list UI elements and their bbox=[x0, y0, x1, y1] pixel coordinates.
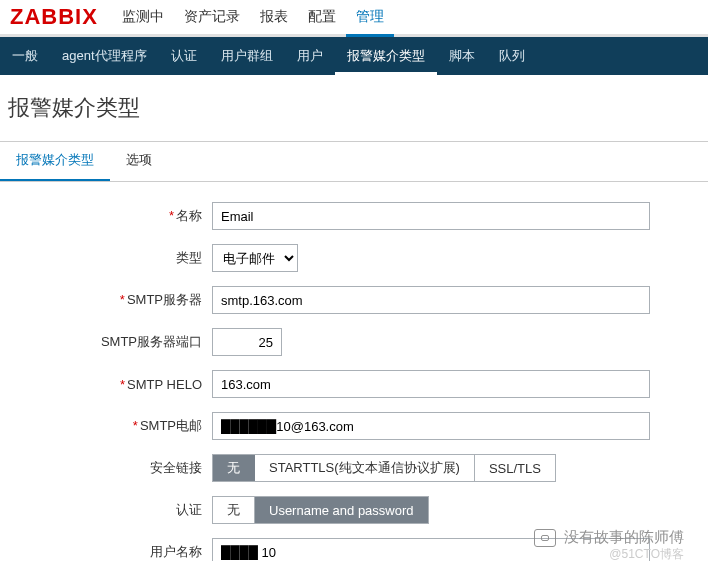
subnav-mediatypes[interactable]: 报警媒介类型 bbox=[335, 37, 437, 75]
smtp-helo-input[interactable] bbox=[212, 370, 650, 398]
topnav-admin[interactable]: 管理 bbox=[346, 0, 394, 37]
label-smtp-helo: *SMTP HELO bbox=[10, 377, 212, 392]
conn-sec-none[interactable]: 无 bbox=[213, 455, 255, 481]
tab-options[interactable]: 选项 bbox=[110, 141, 168, 181]
conn-sec-segment: 无 STARTTLS(纯文本通信协议扩展) SSL/TLS bbox=[212, 454, 556, 482]
page-title: 报警媒介类型 bbox=[0, 75, 708, 142]
smtp-port-input[interactable] bbox=[212, 328, 282, 356]
label-smtp-email: *SMTP电邮 bbox=[10, 417, 212, 435]
label-conn-sec: 安全链接 bbox=[10, 459, 212, 477]
auth-none[interactable]: 无 bbox=[213, 497, 255, 523]
sub-navigation: 一般 agent代理程序 认证 用户群组 用户 报警媒介类型 脚本 队列 bbox=[0, 37, 708, 75]
conn-sec-ssl[interactable]: SSL/TLS bbox=[475, 455, 555, 481]
label-username: 用户名称 bbox=[10, 543, 212, 561]
subnav-scripts[interactable]: 脚本 bbox=[437, 37, 487, 75]
watermark-sub: @51CTO博客 bbox=[609, 546, 684, 561]
tab-mediatype[interactable]: 报警媒介类型 bbox=[0, 141, 110, 181]
subnav-usergroups[interactable]: 用户群组 bbox=[209, 37, 285, 75]
smtp-email-input[interactable] bbox=[212, 412, 650, 440]
label-auth: 认证 bbox=[10, 501, 212, 519]
type-select[interactable]: 电子邮件 bbox=[212, 244, 298, 272]
label-name: *名称 bbox=[10, 207, 212, 225]
label-type: 类型 bbox=[10, 249, 212, 267]
name-input[interactable] bbox=[212, 202, 650, 230]
conn-sec-starttls[interactable]: STARTTLS(纯文本通信协议扩展) bbox=[255, 455, 475, 481]
label-smtp-port: SMTP服务器端口 bbox=[10, 333, 212, 351]
auth-segment: 无 Username and password bbox=[212, 496, 429, 524]
subnav-auth[interactable]: 认证 bbox=[159, 37, 209, 75]
topnav-inventory[interactable]: 资产记录 bbox=[174, 0, 250, 34]
watermark: 没有故事的陈师傅 bbox=[534, 528, 684, 547]
subnav-proxies[interactable]: agent代理程序 bbox=[50, 37, 159, 75]
subnav-queue[interactable]: 队列 bbox=[487, 37, 537, 75]
smtp-server-input[interactable] bbox=[212, 286, 650, 314]
subnav-users[interactable]: 用户 bbox=[285, 37, 335, 75]
form-tabs: 报警媒介类型 选项 bbox=[0, 141, 708, 182]
top-navigation: ZABBIX 监测中 资产记录 报表 配置 管理 bbox=[0, 0, 708, 37]
wechat-icon bbox=[534, 529, 556, 547]
topnav-monitoring[interactable]: 监测中 bbox=[112, 0, 174, 34]
watermark-text: 没有故事的陈师傅 bbox=[564, 528, 684, 547]
logo: ZABBIX bbox=[0, 0, 112, 34]
form: *名称 类型 电子邮件 *SMTP服务器 SMTP服务器端口 *SMTP HEL… bbox=[0, 182, 708, 561]
subnav-general[interactable]: 一般 bbox=[0, 37, 50, 75]
label-smtp-server: *SMTP服务器 bbox=[10, 291, 212, 309]
topnav-reports[interactable]: 报表 bbox=[250, 0, 298, 34]
auth-userpass[interactable]: Username and password bbox=[255, 497, 428, 523]
topnav-config[interactable]: 配置 bbox=[298, 0, 346, 34]
